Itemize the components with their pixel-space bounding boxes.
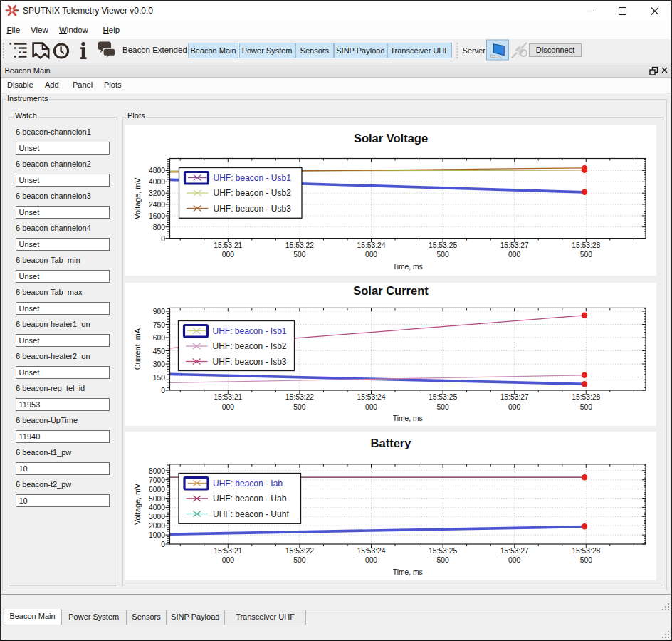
svg-text:4800: 4800 [149,167,165,174]
svg-text:0: 0 [161,387,165,395]
svg-text:900: 900 [153,308,165,316]
svg-text:Current, mA: Current, mA [134,328,142,370]
svg-text:15:53:25: 15:53:25 [429,547,457,555]
svg-text:000: 000 [508,251,520,259]
svg-text:15:53:22: 15:53:22 [285,241,314,249]
svg-text:4000: 4000 [149,178,165,186]
svg-text:2000: 2000 [149,522,165,530]
svg-text:450: 450 [153,348,165,355]
svg-text:000: 000 [365,403,377,411]
svg-text:000: 000 [222,403,234,411]
svg-text:3000: 3000 [149,513,165,521]
svg-text:000: 000 [365,556,377,564]
svg-text:15:53:27: 15:53:27 [500,547,529,555]
svg-text:4000: 4000 [149,504,165,511]
svg-text:UHF: beacon - Iab: UHF: beacon - Iab [213,479,283,489]
svg-text:000: 000 [508,403,520,411]
svg-text:6000: 6000 [149,486,165,494]
svg-text:000: 000 [222,556,234,564]
svg-text:000: 000 [365,251,377,259]
svg-text:0: 0 [161,235,165,243]
svg-text:500: 500 [580,556,592,564]
svg-text:UHF: beacon - Usb1: UHF: beacon - Usb1 [214,173,292,183]
svg-text:15:53:28: 15:53:28 [572,241,600,249]
svg-text:UHF: beacon - Usb2: UHF: beacon - Usb2 [214,188,292,198]
svg-text:7000: 7000 [149,476,165,484]
svg-text:15:53:28: 15:53:28 [572,547,600,555]
svg-text:2400: 2400 [149,201,165,209]
svg-text:150: 150 [153,374,165,382]
svg-text:750: 750 [153,321,165,329]
svg-text:600: 600 [153,334,165,342]
svg-text:15:53:27: 15:53:27 [500,241,529,249]
svg-text:UHF: beacon - Isb1: UHF: beacon - Isb1 [213,326,287,336]
svg-text:Time, ms: Time, ms [393,263,423,271]
svg-text:UHF: beacon - Uab: UHF: beacon - Uab [213,494,287,504]
svg-text:15:53:21: 15:53:21 [214,393,242,401]
svg-text:Solar Current: Solar Current [353,284,429,297]
svg-text:500: 500 [293,251,305,259]
svg-text:3200: 3200 [149,189,165,197]
svg-text:1600: 1600 [149,212,165,220]
svg-text:15:53:22: 15:53:22 [285,547,314,555]
svg-text:Battery: Battery [371,437,412,449]
svg-text:15:53:24: 15:53:24 [357,547,385,555]
svg-text:UHF: beacon - Usb3: UHF: beacon - Usb3 [214,204,292,214]
svg-text:000: 000 [508,556,520,564]
svg-text:0: 0 [161,541,165,548]
svg-text:5000: 5000 [149,495,165,503]
svg-text:000: 000 [222,251,234,259]
svg-text:15:53:24: 15:53:24 [357,241,385,249]
svg-text:UHF: beacon - Isb2: UHF: beacon - Isb2 [213,341,287,351]
svg-text:UHF: beacon - Uuhf: UHF: beacon - Uuhf [213,509,289,519]
svg-text:15:53:22: 15:53:22 [285,393,314,401]
svg-text:500: 500 [580,403,592,411]
svg-text:Voltage, mV: Voltage, mV [134,177,142,219]
svg-text:15:53:21: 15:53:21 [214,547,242,555]
svg-text:8000: 8000 [149,467,165,475]
svg-text:500: 500 [293,403,305,411]
svg-text:500: 500 [293,556,305,564]
svg-text:Time, ms: Time, ms [393,415,423,422]
svg-text:15:53:27: 15:53:27 [500,393,529,401]
svg-text:1000: 1000 [149,531,165,539]
svg-text:15:53:24: 15:53:24 [357,393,385,401]
svg-text:UHF: beacon - Isb3: UHF: beacon - Isb3 [213,357,287,367]
svg-text:500: 500 [437,403,449,411]
svg-text:15:53:28: 15:53:28 [572,393,600,401]
svg-text:500: 500 [580,251,592,259]
svg-text:Voltage, mV: Voltage, mV [134,483,142,525]
svg-text:800: 800 [153,224,165,231]
svg-text:15:53:25: 15:53:25 [429,241,457,249]
svg-text:Solar Voltage: Solar Voltage [354,132,428,145]
svg-text:15:53:21: 15:53:21 [214,241,242,249]
svg-text:Time, ms: Time, ms [393,568,423,576]
svg-text:500: 500 [437,251,449,259]
svg-text:300: 300 [153,360,165,368]
svg-text:500: 500 [437,556,449,564]
svg-text:15:53:25: 15:53:25 [429,393,457,401]
